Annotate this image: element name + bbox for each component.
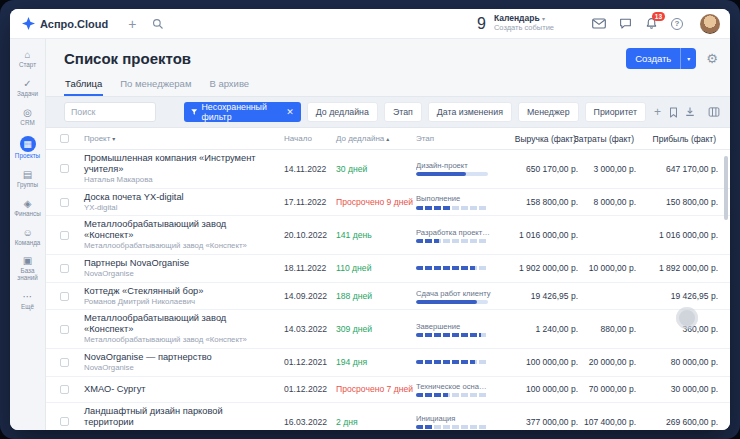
notification-badge: 13: [652, 12, 665, 21]
sidebar-item-groups[interactable]: ▤ Группы: [11, 167, 45, 191]
global-add-button[interactable]: +: [128, 17, 136, 31]
tasks-icon: ✓: [23, 78, 31, 90]
export-download-icon[interactable]: [684, 106, 696, 118]
row-checkbox[interactable]: [60, 325, 69, 334]
page-settings-gear-icon[interactable]: ⚙: [706, 51, 718, 66]
column-header-label: До дедлайна: [336, 134, 384, 143]
chat-icon[interactable]: [619, 17, 632, 30]
app-window: Аспро.Cloud + 9 Календарь ▾ Создать собы…: [10, 9, 730, 430]
tab-2[interactable]: В архиве: [208, 75, 250, 96]
add-filter-button[interactable]: +: [654, 105, 661, 119]
row-checkbox[interactable]: [60, 385, 69, 394]
mail-icon[interactable]: [592, 18, 606, 29]
project-subtitle: NovaOrganise: [84, 269, 284, 279]
column-header[interactable]: Выручка (факт): [506, 134, 580, 144]
projects-icon: ▦: [20, 136, 36, 152]
bookmark-icon[interactable]: [669, 107, 678, 118]
row-checkbox[interactable]: [60, 358, 69, 367]
search-input[interactable]: [64, 102, 156, 122]
project-name[interactable]: Металлообрабатывающий завод «Конспект»: [84, 219, 284, 241]
create-dropdown-caret[interactable]: ▾: [680, 48, 696, 69]
global-search-icon[interactable]: [152, 18, 164, 30]
active-filter-chip[interactable]: Несохраненный фильтр ✕: [184, 102, 301, 122]
filter-button-2[interactable]: Дата изменения: [428, 102, 512, 122]
tab-1[interactable]: По менеджерам: [119, 75, 192, 96]
table-header-row: Проект ▾ Начало До дедлайна ▴ Этап Выруч…: [46, 128, 730, 150]
filter-button-3[interactable]: Менеджер: [518, 102, 579, 122]
filter-button-0[interactable]: До дедлайна: [307, 102, 378, 122]
sidebar-item-label: Старт: [19, 62, 36, 69]
user-avatar[interactable]: [700, 14, 720, 34]
project-name[interactable]: Промышленная компания «Инструмент учител…: [84, 153, 284, 175]
column-header[interactable]: До дедлайна ▴: [336, 134, 416, 143]
column-header[interactable]: Прибыль (факт): [638, 134, 720, 144]
calendar-day-number[interactable]: 9: [477, 15, 486, 33]
table-row[interactable]: Коттедж «Стеклянный бор» Романов Дмитрий…: [46, 283, 730, 311]
view-tabs: Таблица По менеджерам В архиве: [46, 73, 730, 96]
tab-0[interactable]: Таблица: [64, 75, 103, 96]
row-checkbox[interactable]: [60, 164, 69, 173]
stage-label: Сдача работ клиенту: [416, 289, 492, 298]
table-row[interactable]: Промышленная компания «Инструмент учител…: [46, 150, 730, 189]
table-row[interactable]: ХМАО- Сургут 01.12.2022 Просрочено 7 дне…: [46, 377, 730, 403]
app-logo[interactable]: Аспро.Cloud: [22, 17, 108, 30]
calendar-widget[interactable]: Календарь ▾ Создать событие: [494, 14, 554, 32]
row-checkbox[interactable]: [60, 292, 69, 301]
column-header-label: Прибыль (факт): [653, 134, 716, 144]
costs-value: 3 000,00 р.: [580, 164, 638, 174]
row-checkbox[interactable]: [60, 231, 69, 240]
sidebar-item-finance[interactable]: ◈ Финансы: [11, 196, 45, 220]
project-name[interactable]: Ландшафтный дизайн парковой территории: [84, 406, 284, 428]
sidebar-item-projects[interactable]: ▦ Проекты: [11, 134, 45, 162]
sidebar-item-crm[interactable]: ◎ CRM: [11, 105, 45, 129]
home-icon: ⌂: [24, 49, 30, 61]
select-all-checkbox[interactable]: [60, 134, 69, 143]
row-checkbox[interactable]: [60, 264, 69, 273]
deadline-value: Просрочено 9 дней: [336, 197, 416, 207]
active-filter-label: Несохраненный фильтр: [201, 102, 280, 122]
project-name[interactable]: Доска почета YX-digital: [84, 192, 284, 203]
project-subtitle: Наталья Макарова: [84, 175, 284, 185]
filter-button-4[interactable]: Приоритет: [585, 102, 646, 122]
table-row[interactable]: Партнеры NovaOrganise NovaOrganise 18.11…: [46, 255, 730, 283]
help-icon[interactable]: ?: [671, 18, 683, 30]
row-checkbox[interactable]: [60, 198, 69, 207]
sidebar-item-knowledge-base[interactable]: ▣ База знаний: [11, 253, 45, 284]
revenue-value: 1 240,00 р.: [506, 324, 580, 334]
create-button[interactable]: Создать ▾: [626, 48, 696, 69]
sidebar-item-more[interactable]: ⋯ Ещё: [11, 289, 45, 313]
vertical-scrollbar[interactable]: [724, 156, 728, 220]
project-name[interactable]: NovaOrganise — партнерство: [84, 352, 284, 363]
remove-filter-icon[interactable]: ✕: [286, 107, 294, 117]
project-cell: Металлообрабатывающий завод «Конспект» М…: [84, 219, 284, 251]
column-header[interactable]: Затраты (факт): [580, 134, 638, 144]
table-body: Промышленная компания «Инструмент учител…: [46, 150, 730, 430]
project-name[interactable]: Коттедж «Стеклянный бор»: [84, 286, 284, 297]
sidebar-item-team[interactable]: ☺ Команда: [11, 225, 45, 249]
crm-icon: ◎: [23, 107, 32, 119]
project-name[interactable]: Металлообрабатывающий завод «Конспект»: [84, 313, 284, 335]
stage-label: Техническое оснащение: [416, 382, 492, 391]
column-header-label: Затраты (факт): [574, 134, 634, 144]
sidebar-item-tasks[interactable]: ✓ Задачи: [11, 76, 45, 100]
table-row[interactable]: NovaOrganise — партнерство NovaOrganise …: [46, 349, 730, 377]
filter-button-1[interactable]: Этап: [384, 102, 422, 122]
table-row[interactable]: Доска почета YX-digital YX-digital 17.11…: [46, 189, 730, 217]
stage-progressbar: [416, 266, 488, 270]
sidebar-item-start[interactable]: ⌂ Старт: [11, 47, 45, 71]
column-header[interactable]: Этап: [416, 134, 506, 143]
profit-value: 30 000,00 р.: [638, 384, 720, 394]
project-name[interactable]: Партнеры NovaOrganise: [84, 258, 284, 269]
table-columns-settings-icon[interactable]: [708, 106, 720, 118]
revenue-value: 100 000,00 р.: [506, 384, 580, 394]
calendar-create-event[interactable]: Создать событие: [494, 24, 554, 33]
column-header[interactable]: Начало: [284, 134, 336, 143]
deadline-value: 2 дня: [336, 417, 416, 427]
column-header[interactable]: Проект ▾: [84, 134, 284, 143]
table-row[interactable]: Ландшафтный дизайн парковой территории K…: [46, 403, 730, 430]
table-row[interactable]: Металлообрабатывающий завод «Конспект» М…: [46, 216, 730, 255]
row-checkbox[interactable]: [60, 417, 69, 426]
table-row[interactable]: Металлообрабатывающий завод «Конспект» М…: [46, 310, 730, 349]
bell-icon[interactable]: 13: [645, 17, 658, 30]
project-name[interactable]: ХМАО- Сургут: [84, 384, 284, 395]
